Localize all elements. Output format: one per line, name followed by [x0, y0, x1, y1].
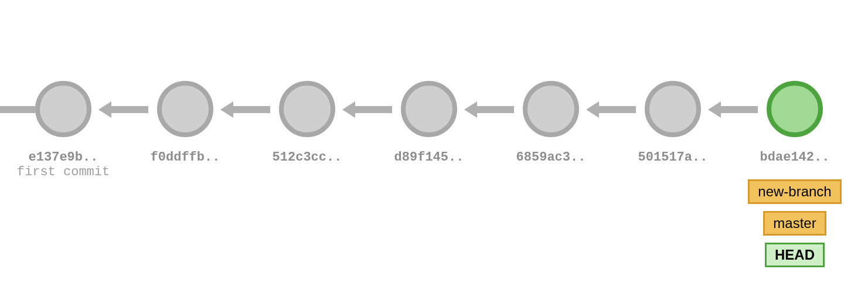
commit-circle-icon — [645, 81, 701, 137]
ref-labels: new-branch master HEAD — [737, 179, 852, 267]
commit-circle-icon — [157, 81, 213, 137]
git-graph: e137e9b.. first commit f0ddffb.. 512c3cc… — [0, 0, 868, 303]
head-label: HEAD — [765, 243, 825, 267]
arrow-tip-icon — [586, 101, 599, 118]
commit-node: 501517a.. — [626, 81, 720, 165]
arrow-tip-icon — [464, 101, 477, 118]
commit-hash: f0ddffb.. — [138, 150, 232, 165]
commit-message: first commit — [16, 165, 110, 179]
commit-node: 6859ac3.. — [504, 81, 598, 165]
arrow-tip-icon — [220, 101, 233, 118]
commit-circle-icon — [767, 81, 823, 137]
commit-circle-icon — [523, 81, 579, 137]
commit-node-head: bdae142.. — [748, 81, 842, 165]
commit-hash: 6859ac3.. — [504, 150, 598, 165]
commit-circle-icon — [35, 81, 91, 137]
commit-node: d89f145.. — [382, 81, 476, 165]
branch-label: new-branch — [748, 179, 841, 204]
commit-hash: d89f145.. — [382, 150, 476, 165]
commit-node: 512c3cc.. — [260, 81, 354, 165]
commit-node: f0ddffb.. — [138, 81, 232, 165]
branch-label: master — [763, 211, 826, 236]
commit-circle-icon — [279, 81, 335, 137]
commit-circle-icon — [401, 81, 457, 137]
commit-node: e137e9b.. first commit — [16, 81, 110, 179]
commit-hash: bdae142.. — [748, 150, 842, 165]
arrow-tip-icon — [342, 101, 355, 118]
commit-hash: 501517a.. — [626, 150, 720, 165]
commit-hash: 512c3cc.. — [260, 150, 354, 165]
arrow-tip-icon — [708, 101, 721, 118]
commit-hash: e137e9b.. — [16, 150, 110, 165]
arrow-tip-icon — [98, 101, 111, 118]
